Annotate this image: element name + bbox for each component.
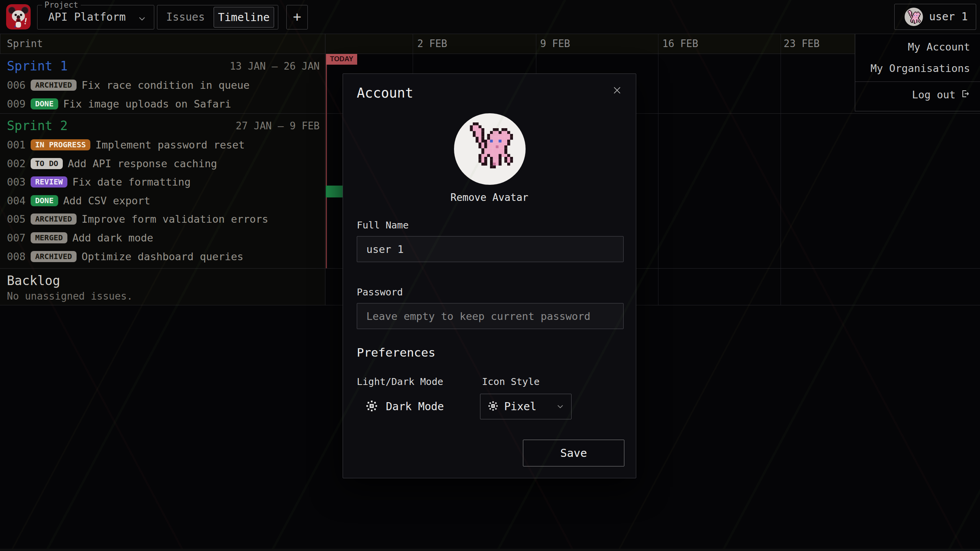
issue-row[interactable]: 001IN PROGRESSImplement password reset (7, 135, 321, 154)
issue-number: 001 (7, 139, 26, 151)
status-badge: ARCHIVED (31, 214, 77, 225)
add-button[interactable]: + (286, 5, 308, 29)
issue-number: 006 (7, 79, 26, 91)
sprint-title[interactable]: Sprint 1 (7, 58, 68, 74)
date-header: 2 FEB (417, 34, 447, 54)
grid-column-line (658, 34, 658, 305)
remove-avatar-button[interactable]: Remove Avatar (343, 192, 636, 203)
full-name-label: Full Name (357, 220, 408, 231)
issue-row[interactable]: 006ARCHIVEDFix race condition in queue (7, 76, 321, 95)
status-badge: DONE (31, 98, 58, 109)
issue-row[interactable]: 008ARCHIVEDOptimize dashboard queries (7, 247, 321, 266)
issue-title: Implement password reset (95, 139, 245, 151)
issue-row[interactable]: 003REVIEWFix date formatting (7, 173, 321, 191)
issue-row[interactable]: 004DONEAdd CSV export (7, 191, 321, 210)
issue-title: Fix date formatting (72, 176, 191, 188)
toolbar: ! Project API Platform Issues Timeline +… (0, 0, 980, 34)
icon-style-value: Pixel (504, 400, 536, 413)
issue-number: 005 (7, 213, 26, 225)
tab-issues[interactable]: Issues (157, 5, 214, 29)
issue-title: Add API response caching (68, 158, 217, 170)
issue-row[interactable]: 009DONEFix image uploads on Safari (7, 95, 321, 113)
backlog-title: Backlog (7, 273, 60, 289)
close-icon[interactable] (612, 85, 625, 98)
issue-title: Fix race condition in queue (82, 79, 250, 91)
issue-row[interactable]: 005ARCHIVEDImprove form validation error… (7, 210, 321, 228)
user-dropdown-menu: My Account My Organisations Log out (855, 34, 980, 111)
theme-label: Light/Dark Mode (357, 376, 443, 387)
sun-icon (366, 400, 377, 413)
chevron-down-icon (139, 15, 145, 20)
issue-title: Fix image uploads on Safari (63, 98, 231, 110)
gantt-bar-done[interactable] (326, 186, 344, 197)
user-name: user 1 (929, 4, 968, 29)
icon-style-dropdown[interactable]: Pixel (480, 394, 572, 419)
log-out-label: Log out (912, 84, 956, 106)
issue-row[interactable]: 002TO DOAdd API response caching (7, 154, 321, 173)
grid-column-line (325, 34, 325, 305)
issue-row[interactable]: 007MERGEDAdd dark mode (7, 228, 321, 247)
project-selector-value: API Platform (48, 5, 126, 29)
grid-row-line (0, 54, 980, 54)
issue-title: Add CSV export (63, 195, 150, 207)
issue-title: Add dark mode (72, 232, 153, 244)
date-header: 9 FEB (540, 34, 570, 54)
issue-number: 004 (7, 195, 26, 207)
status-badge: ARCHIVED (31, 80, 77, 91)
account-modal: Account Remove Avatar Full Name Password… (343, 73, 636, 478)
issue-number: 007 (7, 232, 26, 244)
issue-number: 008 (7, 251, 26, 262)
issue-title: Optimize dashboard queries (82, 251, 243, 262)
status-badge: REVIEW (31, 176, 67, 187)
chevron-down-icon (557, 403, 564, 410)
menu-item-log-out[interactable]: Log out (855, 84, 980, 106)
status-badge: MERGED (31, 232, 67, 243)
user-menu-button[interactable]: user 1 (894, 4, 976, 30)
today-marker-line (326, 54, 327, 268)
icon-style-label: Icon Style (482, 376, 540, 387)
save-button[interactable]: Save (523, 440, 624, 466)
user-avatar-large[interactable] (454, 113, 526, 185)
sprint-date-range: 27 JAN – 9 FEB (236, 118, 320, 134)
sun-icon (488, 401, 498, 412)
issue-title: Improve form validation errors (82, 213, 268, 225)
password-label: Password (357, 287, 403, 298)
menu-item-my-organisations[interactable]: My Organisations (855, 58, 980, 79)
status-badge: TO DO (31, 158, 63, 169)
date-header: 23 FEB (784, 34, 820, 54)
theme-value: Dark Mode (386, 400, 444, 413)
bottom-edge-strip (0, 549, 980, 551)
preferences-heading: Preferences (357, 346, 435, 359)
menu-item-my-account[interactable]: My Account (855, 36, 980, 58)
date-header: 16 FEB (662, 34, 698, 54)
backlog-empty-text: No unassigned issues. (7, 290, 133, 302)
logout-icon (961, 84, 970, 106)
tab-timeline[interactable]: Timeline (214, 7, 274, 28)
sprint-list-pane: Backlog No unassigned issues. Sprint 113… (0, 54, 325, 305)
status-badge: ARCHIVED (31, 251, 77, 262)
password-input[interactable] (357, 303, 624, 329)
view-tabs: Issues Timeline (157, 5, 278, 29)
issue-number: 009 (7, 98, 26, 110)
timeline-header-row: Sprint 2 FEB9 FEB16 FEB23 FEB (0, 34, 980, 54)
theme-toggle[interactable]: Dark Mode (366, 394, 444, 419)
app-logo-koala-icon[interactable]: ! (6, 4, 31, 29)
full-name-input[interactable] (357, 236, 624, 262)
grid-column-line (781, 34, 781, 305)
sprint-date-range: 13 JAN – 26 JAN (230, 58, 320, 74)
issue-number: 002 (7, 158, 26, 170)
modal-title: Account (357, 85, 413, 101)
issue-number: 003 (7, 176, 26, 188)
mew-avatar-icon (905, 8, 923, 26)
sprint-column-header: Sprint (7, 34, 43, 54)
project-selector[interactable]: Project API Platform (37, 5, 154, 29)
menu-separator (855, 82, 980, 82)
status-badge: IN PROGRESS (31, 139, 90, 150)
sprint-title[interactable]: Sprint 2 (7, 118, 68, 134)
status-badge: DONE (31, 195, 58, 206)
today-badge: TODAY (326, 54, 357, 65)
